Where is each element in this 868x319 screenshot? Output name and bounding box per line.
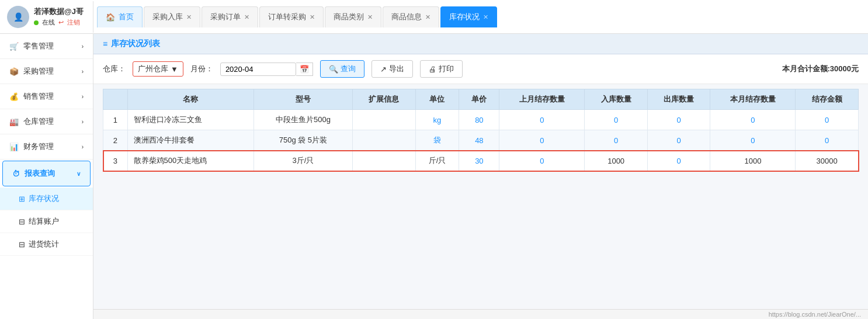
tab-purchase-in-close[interactable]: ✕ bbox=[186, 13, 192, 21]
calendar-button[interactable]: 📅 bbox=[296, 63, 313, 76]
row1-price: 80 bbox=[459, 110, 499, 130]
col-model: 型号 bbox=[254, 89, 352, 110]
month-input-group: 📅 bbox=[220, 63, 313, 76]
table-row: 1 智利进口冷冻三文鱼 中段生鱼片500g kg 80 0 0 0 0 0 bbox=[103, 110, 859, 130]
retail-chevron: › bbox=[82, 43, 84, 50]
row3-unit: 斤/只 bbox=[415, 151, 459, 171]
warehouse-select[interactable]: 广州仓库 ▼ bbox=[133, 61, 183, 77]
export-button-label: 导出 bbox=[389, 64, 404, 74]
logout-link[interactable]: 注销 bbox=[67, 18, 80, 27]
sidebar-item-retail-label: 零售管理 bbox=[23, 41, 54, 51]
warehouse-select-value: 广州仓库 bbox=[138, 64, 168, 74]
content-area: ≡ 库存状况列表 仓库： 广州仓库 ▼ 月份： 📅 🔍 查询 bbox=[93, 34, 868, 319]
warehouse-label: 仓库： bbox=[103, 64, 126, 74]
tab-inventory-status[interactable]: 库存状况 ✕ bbox=[440, 6, 497, 27]
row1-model: 中段生鱼片500g bbox=[254, 110, 352, 130]
tab-product-info[interactable]: 商品信息 ✕ bbox=[383, 6, 439, 27]
row1-name: 智利进口冷冻三文鱼 bbox=[127, 110, 254, 130]
search-icon: 🔍 bbox=[329, 65, 338, 74]
table-container: 名称 型号 扩展信息 单位 单价 上月结存数量 入库数量 出库数量 本月结存数量… bbox=[93, 84, 868, 309]
row3-last-qty: 0 bbox=[499, 151, 585, 171]
reports-icon: ⏱ bbox=[12, 169, 20, 178]
tab-purchase-in[interactable]: 采购入库 ✕ bbox=[144, 6, 200, 27]
tab-purchase-order-close[interactable]: ✕ bbox=[244, 13, 249, 21]
sidebar-sub-item-import[interactable]: ⊟ 进货统计 bbox=[0, 233, 93, 256]
tab-product-info-close[interactable]: ✕ bbox=[425, 13, 430, 21]
row2-unit: 袋 bbox=[415, 130, 459, 151]
col-extra: 扩展信息 bbox=[353, 89, 416, 110]
col-unit: 单位 bbox=[415, 89, 459, 110]
sidebar-sub-item-settlement-label: 结算账户 bbox=[29, 216, 59, 227]
col-price: 单价 bbox=[459, 89, 499, 110]
inventory-table: 名称 型号 扩展信息 单位 单价 上月结存数量 入库数量 出库数量 本月结存数量… bbox=[103, 89, 859, 171]
tab-inventory-status-label: 库存状况 bbox=[449, 12, 480, 22]
sidebar-item-purchase[interactable]: 📦 采购管理 › bbox=[0, 59, 93, 84]
print-button-label: 打印 bbox=[439, 64, 454, 74]
row2-index: 2 bbox=[103, 130, 128, 151]
print-icon: 🖨 bbox=[429, 65, 436, 74]
query-button[interactable]: 🔍 查询 bbox=[320, 60, 364, 78]
row2-in-qty: 0 bbox=[585, 130, 648, 151]
sidebar-item-retail[interactable]: 🛒 零售管理 › bbox=[0, 34, 93, 59]
sidebar-item-sales-label: 销售管理 bbox=[23, 91, 54, 102]
print-button[interactable]: 🖨 打印 bbox=[420, 60, 463, 78]
user-info: 若泽数据@J哥 在线 ↩ 注销 bbox=[34, 6, 84, 27]
query-button-label: 查询 bbox=[341, 64, 356, 74]
tab-order-to-purchase-close[interactable]: ✕ bbox=[310, 13, 315, 21]
row3-extra bbox=[353, 151, 416, 171]
app-container: 👤 若泽数据@J哥 在线 ↩ 注销 🏠 首页 采购入库 ✕ bbox=[0, 0, 868, 319]
top-bar: 👤 若泽数据@J哥 在线 ↩ 注销 🏠 首页 采购入库 ✕ bbox=[0, 0, 868, 34]
status-dot bbox=[34, 20, 39, 25]
row3-index: 3 bbox=[103, 151, 128, 171]
row1-extra bbox=[353, 110, 416, 130]
sidebar-item-sales[interactable]: 💰 销售管理 › bbox=[0, 84, 93, 109]
tab-purchase-order-label: 采购订单 bbox=[210, 12, 241, 22]
tab-product-category-close[interactable]: ✕ bbox=[367, 13, 373, 21]
purchase-chevron: › bbox=[82, 68, 84, 75]
sidebar-sub-item-settlement[interactable]: ⊟ 结算账户 bbox=[0, 210, 93, 233]
row1-unit: kg bbox=[415, 110, 459, 130]
export-button[interactable]: ↗ 导出 bbox=[371, 60, 413, 78]
warehouse-icon: 🏭 bbox=[9, 117, 19, 126]
tab-purchase-order[interactable]: 采购订单 ✕ bbox=[202, 6, 258, 27]
avatar: 👤 bbox=[7, 6, 29, 28]
sidebar-item-reports[interactable]: ⏱ 报表查询 ∨ bbox=[2, 161, 91, 186]
user-section: 👤 若泽数据@J哥 在线 ↩ 注销 bbox=[0, 1, 93, 33]
row1-last-qty: 0 bbox=[499, 110, 585, 130]
col-name: 名称 bbox=[127, 89, 254, 110]
tab-product-category-label: 商品类别 bbox=[334, 12, 364, 22]
finance-icon: 📊 bbox=[9, 143, 19, 151]
row1-index: 1 bbox=[103, 110, 128, 130]
sidebar-item-finance[interactable]: 📊 财务管理 › bbox=[0, 134, 93, 160]
tab-purchase-in-label: 采购入库 bbox=[152, 12, 183, 22]
row3-model: 3斤/只 bbox=[254, 151, 352, 171]
sidebar-sub-item-inventory[interactable]: ⊞ 库存状况 bbox=[0, 188, 93, 210]
tab-inventory-status-close[interactable]: ✕ bbox=[483, 13, 488, 21]
table-row-highlight: 3 散养柴鸡500天走地鸡 3斤/只 斤/只 30 0 1000 0 1000 … bbox=[103, 151, 859, 171]
col-last-qty: 上月结存数量 bbox=[499, 89, 585, 110]
summary-text: 本月合计金额:30000元 bbox=[782, 64, 859, 74]
month-input[interactable] bbox=[220, 63, 296, 76]
finance-chevron: › bbox=[82, 144, 84, 150]
warehouse-chevron: › bbox=[82, 119, 84, 125]
month-label: 月份： bbox=[190, 64, 213, 74]
tab-product-category[interactable]: 商品类别 ✕ bbox=[325, 6, 381, 27]
row1-out-qty: 0 bbox=[647, 110, 710, 130]
user-status: 在线 ↩ 注销 bbox=[34, 18, 84, 27]
sidebar-item-finance-label: 财务管理 bbox=[23, 141, 54, 152]
tab-order-to-purchase[interactable]: 订单转采购 ✕ bbox=[259, 6, 324, 27]
page-header: ≡ 库存状况列表 bbox=[93, 34, 868, 54]
col-out-qty: 出库数量 bbox=[647, 89, 710, 110]
logout-icon: ↩ bbox=[58, 19, 64, 26]
reports-chevron: ∨ bbox=[77, 171, 81, 177]
row2-balance: 0 bbox=[796, 130, 859, 151]
sidebar-item-warehouse[interactable]: 🏭 仓库管理 › bbox=[0, 109, 93, 134]
tab-home[interactable]: 🏠 首页 bbox=[97, 6, 143, 27]
row3-this-qty: 1000 bbox=[710, 151, 796, 171]
row2-last-qty: 0 bbox=[499, 130, 585, 151]
settlement-sub-icon: ⊟ bbox=[19, 217, 25, 226]
sidebar: 🛒 零售管理 › 📦 采购管理 › 💰 销售管理 › bbox=[0, 34, 93, 319]
tabs-bar: 🏠 首页 采购入库 ✕ 采购订单 ✕ 订单转采购 ✕ 商品类别 ✕ 商品信息 ✕ bbox=[93, 0, 868, 34]
sidebar-item-warehouse-label: 仓库管理 bbox=[23, 116, 54, 127]
tab-home-label: 首页 bbox=[119, 12, 134, 22]
